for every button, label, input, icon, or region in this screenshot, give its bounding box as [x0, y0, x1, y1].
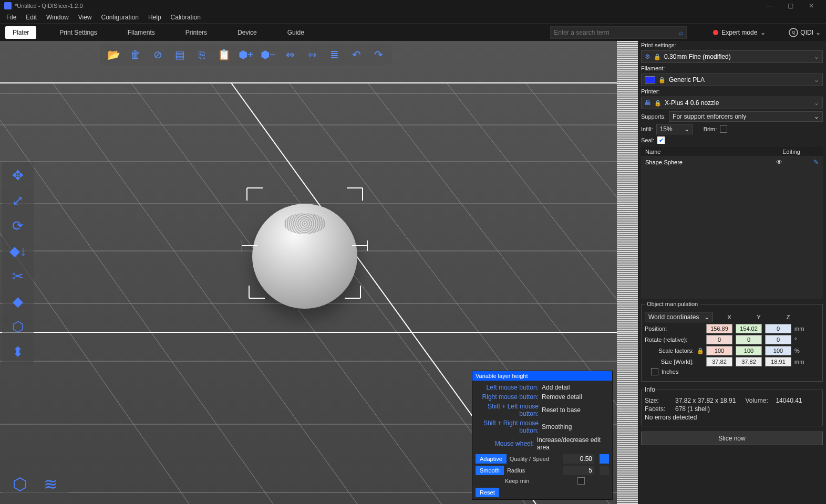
axis-x-header: X [716, 314, 742, 320]
account-menu[interactable]: Q QIDI ⌄ [789, 28, 821, 37]
vlh-hint-key: Right mouse button: [476, 393, 542, 401]
search-icon[interactable]: ⌕ [679, 28, 683, 37]
filament-label: Filament: [638, 64, 826, 72]
vlh-radius-label: Radius [507, 467, 560, 474]
printer-dropdown[interactable]: 🖶 🔒 X-Plus 4 0.6 nozzle ⌄ [641, 97, 823, 109]
instance-remove-icon[interactable]: ⬢− [261, 47, 275, 62]
visibility-icon[interactable]: 👁 [771, 159, 787, 166]
coord-system-dropdown[interactable]: World coordinates⌄ [645, 312, 713, 322]
rotate-x-input[interactable] [706, 335, 732, 344]
tab-guide[interactable]: Guide [280, 26, 312, 39]
menu-file[interactable]: File [2, 13, 20, 22]
instance-add-icon[interactable]: ⬢+ [239, 47, 253, 62]
chevron-down-icon: ⌄ [684, 125, 689, 133]
search-input[interactable] [554, 29, 679, 36]
move-tool-icon[interactable]: ✥ [6, 164, 29, 187]
vlh-hint-val: Increase/decrease edit area [537, 436, 609, 451]
print-preset-dropdown[interactable]: ⚙ 🔒 0.30mm Fine (modified) ⌄ [641, 50, 823, 63]
vlh-smooth-button[interactable]: Smooth [476, 466, 504, 475]
slice-now-button[interactable]: Slice now [641, 432, 823, 445]
right-panel: Print settings: ⚙ 🔒 0.30mm Fine (modifie… [638, 41, 826, 504]
scale-x-input[interactable] [706, 346, 732, 355]
arrange-icon[interactable]: ▤ [172, 47, 187, 62]
object-manipulation: Object manipulation World coordinates⌄ X… [641, 301, 823, 382]
tab-print-settings[interactable]: Print Settings [52, 26, 104, 39]
vlh-adaptive-button[interactable]: Adaptive [476, 454, 507, 464]
vlh-quality-value[interactable]: 0.50 [563, 454, 594, 464]
gear-icon: ⚙ [645, 53, 651, 60]
tab-printers[interactable]: Printers [178, 26, 214, 39]
vlh-reset-button[interactable]: Reset [476, 488, 499, 497]
brim-checkbox[interactable] [720, 125, 727, 133]
open-icon[interactable]: 📂 [106, 47, 121, 62]
scale-y-input[interactable] [736, 346, 762, 355]
viewport[interactable]: 📂 🗑 ⊘ ▤ ⎘ 📋 ⬢+ ⬢− ⇔ ⇿ ≣ ↶ ↷ ✥ ⤢ ⟳ ◆↓ ✂ ◆… [0, 41, 638, 504]
rotate-tool-icon[interactable]: ⟳ [6, 214, 29, 237]
search-box[interactable]: ⌕ [550, 26, 687, 39]
split-objects-icon[interactable]: ⇔ [283, 47, 297, 62]
close-button[interactable]: ✕ [801, 2, 822, 9]
lock-icon: 🔒 [654, 54, 661, 60]
supports-dropdown[interactable]: For support enforcers only⌄ [669, 111, 823, 122]
scale-tool-icon[interactable]: ⤢ [6, 189, 29, 212]
size-x-input[interactable] [706, 357, 732, 366]
tab-plater[interactable]: Plater [5, 26, 36, 39]
filament-color-swatch[interactable] [645, 76, 655, 83]
size-z-input[interactable] [765, 357, 791, 366]
rotate-y-input[interactable] [736, 335, 762, 344]
position-y-input[interactable] [736, 324, 762, 333]
mode-selector[interactable]: Expert mode ⌄ [713, 29, 766, 36]
menu-configuration[interactable]: Configuration [97, 13, 143, 22]
cut-tool-icon[interactable]: ✂ [6, 265, 29, 288]
tab-filaments[interactable]: Filaments [120, 26, 162, 39]
minimize-button[interactable]: — [759, 2, 780, 9]
lock-icon: 🔒 [654, 100, 662, 107]
menu-view[interactable]: View [74, 13, 96, 22]
delete-all-icon[interactable]: ⊘ [150, 47, 165, 62]
object-list-item[interactable]: Shape-Sphere 👁 ✎ [641, 157, 823, 167]
object-name: Shape-Sphere [645, 159, 771, 165]
maximize-button[interactable]: ▢ [780, 2, 801, 9]
seal-checkbox[interactable]: ✔ [657, 136, 665, 144]
menu-help[interactable]: Help [144, 13, 166, 22]
hollow-tool-icon[interactable]: ⬡ [6, 315, 29, 338]
tab-device[interactable]: Device [230, 26, 264, 39]
preview-view-icon[interactable]: ≋ [38, 471, 63, 497]
infill-dropdown[interactable]: 15%⌄ [656, 124, 693, 134]
print-settings-label: Print settings: [638, 41, 826, 49]
layer-height-strip[interactable] [617, 41, 638, 504]
filament-dropdown[interactable]: 🔒 Generic PLA ⌄ [641, 74, 823, 86]
split-parts-icon[interactable]: ⇿ [305, 47, 319, 62]
size-label: Size [World]: [645, 359, 694, 365]
printer-icon: 🖶 [645, 99, 651, 107]
vlh-hint-val: Remove detail [542, 393, 582, 401]
vlh-quality-label: Quality / Speed [510, 456, 560, 462]
lock-icon[interactable]: 🔒 [697, 348, 703, 354]
layers-icon[interactable]: ≣ [327, 47, 342, 62]
layer-height-tool-icon[interactable]: ⬍ [6, 340, 29, 363]
delete-icon[interactable]: 🗑 [128, 47, 143, 62]
chevron-down-icon: ⌄ [814, 99, 819, 107]
inches-checkbox[interactable] [651, 368, 658, 375]
measure-tool-icon[interactable]: ◆ [6, 290, 29, 313]
scale-z-input[interactable] [765, 346, 791, 355]
copy-icon[interactable]: ⎘ [194, 47, 209, 62]
menu-calibration[interactable]: Calibration [167, 13, 205, 22]
seal-label: Seal: [641, 137, 654, 143]
place-on-face-tool-icon[interactable]: ◆↓ [6, 239, 29, 262]
vlh-keepmin-checkbox[interactable] [577, 477, 585, 485]
menu-edit[interactable]: Edit [22, 13, 41, 22]
redo-icon[interactable]: ↷ [371, 47, 386, 62]
rotate-z-input[interactable] [765, 335, 791, 344]
position-x-input[interactable] [706, 324, 732, 333]
position-z-input[interactable] [765, 324, 791, 333]
edit-icon[interactable]: ✎ [787, 159, 819, 166]
undo-icon[interactable]: ↶ [349, 47, 364, 62]
editor-view-icon[interactable]: ⬡ [7, 471, 33, 497]
menu-window[interactable]: Window [42, 13, 73, 22]
vlh-radius-value[interactable]: 5 [563, 466, 594, 475]
vlh-radius-action-icon[interactable] [600, 466, 609, 475]
paste-icon[interactable]: 📋 [216, 47, 231, 62]
vlh-quality-action-icon[interactable] [600, 454, 609, 464]
size-y-input[interactable] [736, 357, 762, 366]
